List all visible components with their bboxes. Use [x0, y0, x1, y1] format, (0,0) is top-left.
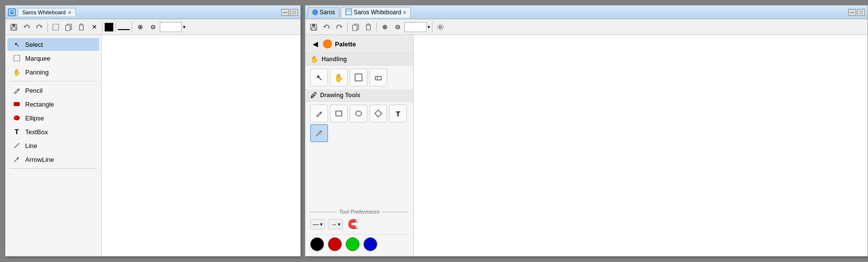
- right-zoom-dropdown: 100% ▾: [404, 22, 430, 32]
- right-save-button[interactable]: [308, 21, 320, 33]
- save-button[interactable]: [8, 21, 20, 33]
- ellipse-icon: [12, 113, 21, 122]
- handling-section-header: ✋ Handling: [305, 53, 413, 66]
- line-style-indicator[interactable]: [118, 24, 130, 30]
- tool-prefs-text: Tool Preferences: [339, 209, 380, 215]
- tool-ellipse-label: Ellipse: [25, 114, 44, 122]
- saros-dot-icon: [312, 9, 318, 15]
- right-settings-button[interactable]: [434, 21, 446, 33]
- tool-select[interactable]: ↖ Select: [7, 38, 99, 51]
- prefs-line-left: [310, 212, 336, 212]
- marquee-icon: [12, 54, 21, 63]
- hand-icon: ✋: [12, 68, 21, 76]
- drawing-diamond-btn[interactable]: [369, 105, 387, 122]
- line-style-btn[interactable]: — ▾: [310, 219, 325, 229]
- cursor-icon: ↖: [12, 40, 21, 49]
- left-tab-close[interactable]: ✕: [68, 10, 72, 15]
- right-paste-button[interactable]: [362, 21, 374, 33]
- line-style-icon: —: [313, 221, 319, 228]
- undo-button[interactable]: [21, 21, 33, 33]
- copy-button[interactable]: [63, 21, 74, 33]
- drawing-label: Drawing Tools: [320, 92, 361, 99]
- arrow-style-icon: →: [330, 221, 337, 228]
- tool-panning[interactable]: ✋ Panning: [7, 66, 99, 78]
- saros-tab-label: Saros: [320, 9, 335, 16]
- right-redo-button[interactable]: [333, 21, 345, 33]
- right-zoom-out-button[interactable]: ⊖: [392, 21, 403, 33]
- maximize-button[interactable]: □: [290, 9, 298, 16]
- handling-cursor-btn[interactable]: ↖: [310, 69, 328, 86]
- right-zoom-input[interactable]: 100%: [404, 22, 427, 32]
- magnet-btn[interactable]: 🧲: [346, 218, 361, 230]
- svg-line-35: [318, 131, 319, 132]
- right-copy-button[interactable]: [350, 21, 362, 33]
- tool-rectangle[interactable]: Rectangle: [7, 98, 99, 111]
- color-green[interactable]: [346, 237, 360, 251]
- svg-rect-24: [367, 24, 369, 25]
- tool-line-label: Line: [25, 142, 37, 150]
- tool-line[interactable]: Line: [7, 139, 99, 152]
- color-red[interactable]: [328, 237, 342, 251]
- drawing-pencil-btn[interactable]: [310, 105, 328, 122]
- tool-textbox[interactable]: T TextBox: [7, 125, 99, 138]
- color-blue[interactable]: [363, 237, 377, 251]
- svg-rect-28: [375, 76, 381, 80]
- svg-rect-30: [336, 111, 342, 116]
- left-tools-sidebar: ↖ Select Marquee ✋ Panning Pencil: [5, 35, 102, 256]
- wb-tab-close[interactable]: ✕: [402, 10, 406, 15]
- left-window-tab[interactable]: Saros Whiteboard ✕: [18, 8, 76, 16]
- right-sep-3: [432, 22, 433, 32]
- wb-tab-label: Saros Whiteboard: [354, 9, 401, 16]
- svg-rect-0: [9, 10, 14, 15]
- svg-point-26: [437, 24, 443, 30]
- drawing-magic-btn[interactable]: [310, 124, 328, 142]
- svg-rect-11: [14, 102, 20, 106]
- handling-eraser-btn[interactable]: [369, 69, 387, 86]
- line-style-arrow: ▾: [320, 222, 323, 227]
- left-tab-label: Saros Whiteboard: [22, 9, 66, 15]
- handling-hand-btn[interactable]: ✋: [330, 69, 348, 86]
- drawing-ellipse-btn[interactable]: [350, 105, 367, 122]
- zoom-in-button[interactable]: ⊕: [134, 21, 146, 33]
- drawing-tool-grid: T: [305, 102, 413, 145]
- saros-tab[interactable]: Saros: [308, 7, 339, 17]
- drawing-rectangle-btn[interactable]: [330, 105, 348, 122]
- drawing-text-btn[interactable]: T: [389, 105, 407, 122]
- handling-icon: ✋: [310, 55, 319, 63]
- svg-point-13: [15, 117, 17, 118]
- color-indicator[interactable]: [105, 23, 113, 32]
- right-zoom-arrow[interactable]: ▾: [428, 24, 430, 30]
- paste-button[interactable]: [75, 21, 87, 33]
- color-black[interactable]: [310, 237, 324, 251]
- zoom-out-button[interactable]: ⊖: [147, 21, 159, 33]
- toolbar-sep-4: [132, 22, 132, 32]
- svg-rect-3: [12, 24, 15, 27]
- palette-label: Palette: [335, 40, 356, 48]
- right-undo-button[interactable]: [321, 21, 332, 33]
- tool-pencil[interactable]: Pencil: [7, 84, 99, 97]
- svg-rect-19: [312, 24, 315, 27]
- handling-select-rect-btn[interactable]: [350, 69, 367, 86]
- tool-arrowline[interactable]: ArrowLine: [7, 153, 99, 166]
- right-sep-1: [347, 22, 348, 32]
- delete-button[interactable]: ✕: [88, 21, 100, 33]
- tool-separator-1: [9, 81, 97, 81]
- minimize-button[interactable]: —: [281, 9, 289, 16]
- right-canvas[interactable]: [414, 35, 868, 256]
- tool-marquee[interactable]: Marquee: [7, 52, 99, 65]
- left-window-controls: — □: [281, 9, 298, 16]
- palette-back-button[interactable]: ◀: [310, 38, 320, 50]
- arrow-style-btn[interactable]: → ▾: [328, 219, 343, 229]
- right-zoom-in-button[interactable]: ⊕: [379, 21, 391, 33]
- right-maximize-btn[interactable]: □: [857, 9, 865, 16]
- redo-button[interactable]: [34, 21, 45, 33]
- left-window: Saros Whiteboard ✕ — □ ✕: [5, 5, 301, 257]
- zoom-input[interactable]: 100%: [160, 22, 182, 32]
- right-window: Saros Saros Whiteboard ✕ — □: [305, 5, 868, 257]
- select-tool-btn[interactable]: [50, 21, 62, 33]
- right-minimize-btn[interactable]: —: [848, 9, 856, 16]
- left-canvas[interactable]: [102, 35, 300, 256]
- tool-ellipse[interactable]: Ellipse: [7, 112, 99, 124]
- zoom-dropdown-arrow[interactable]: ▾: [183, 24, 185, 30]
- whiteboard-tab[interactable]: Saros Whiteboard ✕: [341, 7, 411, 18]
